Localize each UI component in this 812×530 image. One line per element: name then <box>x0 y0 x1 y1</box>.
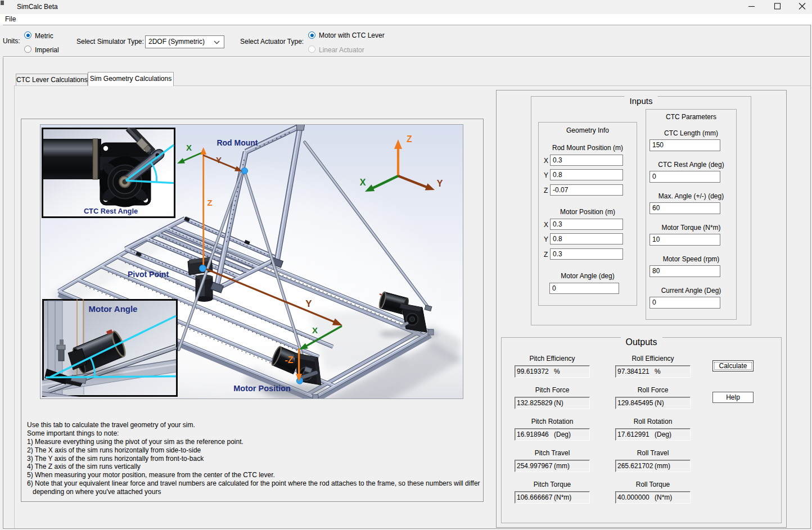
svg-text:Motor Position: Motor Position <box>233 384 291 393</box>
svg-text:Z: Z <box>407 134 412 144</box>
svg-text:Motor Angle: Motor Angle <box>89 304 138 314</box>
svg-text:-Z: -Z <box>285 355 293 365</box>
svg-text:Y: Y <box>216 155 222 165</box>
svg-text:Y: Y <box>437 179 443 188</box>
svg-text:CTC Rest Angle: CTC Rest Angle <box>84 207 138 215</box>
svg-text:Z: Z <box>207 198 212 207</box>
svg-text:X: X <box>312 325 318 335</box>
svg-text:X: X <box>186 143 192 152</box>
svg-text:Pivot Point: Pivot Point <box>128 270 169 279</box>
svg-text:Rod Mount: Rod Mount <box>216 138 258 147</box>
svg-text:Y: Y <box>305 298 312 309</box>
svg-text:X: X <box>360 178 366 187</box>
